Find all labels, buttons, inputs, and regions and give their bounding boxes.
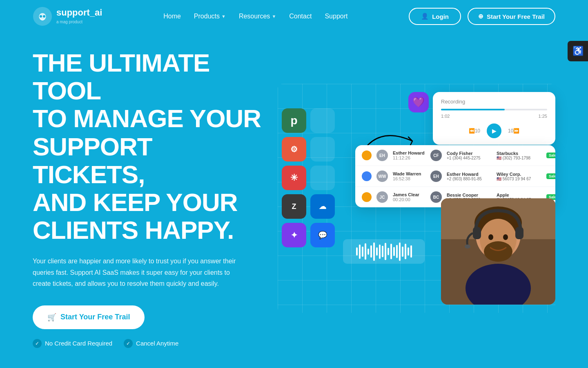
play-button[interactable]: ▶ bbox=[487, 123, 501, 138]
logo-icon bbox=[33, 7, 52, 26]
skip-forward-button[interactable]: 10⏩ bbox=[508, 128, 519, 134]
products-chevron-icon: ▼ bbox=[221, 14, 226, 19]
nav-products[interactable]: Products ▼ bbox=[194, 13, 226, 20]
svg-point-8 bbox=[488, 234, 493, 240]
logo[interactable]: support_ai a mag product bbox=[33, 7, 102, 26]
zendesk-icon: Z bbox=[282, 194, 306, 219]
wave-bar bbox=[399, 242, 401, 261]
svg-rect-12 bbox=[473, 227, 481, 239]
avatar-esther-2: EH bbox=[430, 171, 442, 182]
wave-bar bbox=[370, 245, 372, 258]
wave-bar bbox=[385, 243, 386, 260]
snowflake-icon: ✳ bbox=[282, 166, 306, 190]
recording-controls: ⏪10 ▶ 10⏩ bbox=[441, 123, 547, 138]
wave-bar bbox=[359, 245, 361, 259]
check-icon-1: ✓ bbox=[33, 339, 42, 348]
nav-actions: 👤 Login ⊕ Start Your Free Trail bbox=[409, 8, 555, 25]
phone-cody: +1 (304) 445-2275 bbox=[447, 156, 492, 160]
hero-badges: ✓ No Credit Card Required ✓ Cancel Anyti… bbox=[33, 339, 261, 348]
resources-chevron-icon: ▼ bbox=[272, 14, 276, 19]
empty-icon-3 bbox=[310, 166, 335, 190]
brand-name: support_ai bbox=[56, 8, 102, 18]
wave-bar bbox=[390, 244, 392, 259]
phone-wiley: 🇺🇸 56073 19 94 67 bbox=[497, 177, 541, 181]
phone-esther-2: +2 (903) 880-91-85 bbox=[447, 177, 492, 181]
table-row: WW Wade Warren16:52:38 EH Esther Howard … bbox=[355, 166, 555, 187]
wave-bar bbox=[393, 247, 395, 256]
svg-point-1 bbox=[40, 15, 42, 18]
recording-time-current: 1:02 bbox=[441, 114, 450, 119]
person-bessie: Bessie Cooper bbox=[447, 193, 492, 197]
recording-label: Recording bbox=[441, 99, 547, 105]
row-badges-2: Sale Marketing +2 bbox=[546, 173, 555, 179]
status-indicator-3 bbox=[362, 192, 372, 202]
navbar: support_ai a mag product Home Products ▼… bbox=[0, 0, 588, 33]
wave-bar bbox=[368, 249, 369, 255]
wave-bar bbox=[402, 247, 403, 257]
wave-bar bbox=[376, 247, 378, 256]
brand-tagline: a mag product bbox=[56, 20, 82, 24]
cart-icon: 🛒 bbox=[47, 313, 56, 322]
wave-bar bbox=[379, 245, 381, 259]
cancel-anytime-badge: ✓ Cancel Anytime bbox=[124, 339, 178, 348]
nav-resources[interactable]: Resources ▼ bbox=[239, 13, 276, 20]
person-cody: Cody Fisher bbox=[447, 151, 492, 156]
recording-card: Recording 1:02 1:25 ⏪10 ▶ 10⏩ bbox=[433, 92, 555, 145]
check-icon-2: ✓ bbox=[124, 339, 133, 348]
empty-icon-2 bbox=[310, 137, 335, 162]
accessibility-widget[interactable]: ♿ bbox=[568, 41, 588, 61]
recording-time-total: 1:25 bbox=[539, 114, 547, 119]
person-photo-placeholder bbox=[441, 198, 555, 305]
person-esther-2: Esther Howard bbox=[447, 172, 492, 177]
wave-bar bbox=[388, 248, 389, 255]
company-starbucks: Starbucks bbox=[497, 151, 541, 156]
recording-times: 1:02 1:25 bbox=[441, 114, 547, 119]
skip-back-button[interactable]: ⏪10 bbox=[469, 128, 480, 134]
hero-section: THE ULTIMATE TOOL TO MANAGE YOUR SUPPORT… bbox=[0, 33, 588, 368]
sale-badge: Sale bbox=[546, 153, 555, 158]
phone-starbucks: 🇺🇸 (302) 793-1798 bbox=[497, 156, 541, 160]
hero-content: THE ULTIMATE TOOL TO MANAGE YOUR SUPPORT… bbox=[33, 49, 261, 348]
wave-bar bbox=[356, 247, 358, 256]
company-wiley: Wiley Corp. bbox=[497, 172, 541, 177]
table-row: EH Esther Howard11:12:26 CF Cody Fisher … bbox=[355, 145, 555, 166]
wave-bar bbox=[373, 242, 375, 261]
empty-icon-1 bbox=[310, 108, 335, 133]
wave-bar bbox=[408, 247, 409, 256]
nav-menu: Home Products ▼ Resources ▼ Contact Supp… bbox=[163, 13, 347, 20]
accessibility-icon: ♿ bbox=[572, 46, 584, 56]
avatar-cody-fisher: CF bbox=[430, 150, 442, 161]
hero-illustration: p ⚙ ✳ Z ☁ ✦ 💬 💜 Recording 1:02 1:25 bbox=[278, 84, 555, 313]
salesforce-icon: ☁ bbox=[310, 194, 335, 219]
wave-bar bbox=[405, 244, 406, 259]
recording-progress-fill bbox=[441, 109, 505, 110]
login-button[interactable]: 👤 Login bbox=[409, 8, 461, 25]
plus-circle-icon: ⊕ bbox=[478, 13, 483, 20]
hero-title: THE ULTIMATE TOOL TO MANAGE YOUR SUPPORT… bbox=[33, 49, 261, 244]
productboard-icon: p bbox=[282, 108, 306, 133]
no-credit-card-badge: ✓ No Credit Card Required bbox=[33, 339, 112, 348]
person-photo-card bbox=[441, 198, 555, 305]
sale-badge-2: Sale bbox=[546, 173, 555, 179]
hero-cta-button[interactable]: 🛒 Start Your Free Trail bbox=[33, 305, 145, 329]
svg-point-9 bbox=[503, 234, 508, 240]
wave-bar bbox=[396, 245, 398, 258]
heart-badge: 💜 bbox=[408, 92, 429, 112]
company-apple: Apple bbox=[497, 193, 541, 197]
avatar-james-clear: JC bbox=[376, 191, 388, 203]
hero-description: Your clients are happier and more likely… bbox=[33, 256, 237, 289]
status-indicator-2 bbox=[362, 171, 372, 181]
nav-trial-button[interactable]: ⊕ Start Your Free Trail bbox=[468, 8, 555, 25]
hubspot-icon: ⚙ bbox=[282, 137, 306, 162]
contact-name-esther: Esther Howard11:12:26 bbox=[393, 150, 425, 160]
status-indicator-1 bbox=[362, 150, 372, 160]
person-icon: 👤 bbox=[421, 13, 429, 20]
avatar-esther-howard: EH bbox=[376, 150, 388, 161]
wave-bar bbox=[365, 243, 366, 260]
wave-bar bbox=[382, 246, 383, 257]
nav-contact[interactable]: Contact bbox=[289, 13, 312, 20]
wave-bar bbox=[410, 245, 412, 258]
svg-point-10 bbox=[484, 241, 512, 262]
nav-support[interactable]: Support bbox=[325, 13, 347, 20]
nav-home[interactable]: Home bbox=[163, 13, 181, 20]
